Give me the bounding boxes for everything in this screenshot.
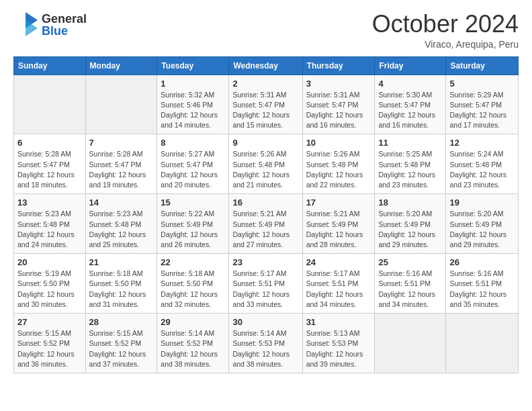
day-header-saturday: Saturday	[446, 56, 519, 75]
calendar-cell: 6 Sunrise: 5:28 AMSunset: 5:47 PMDayligh…	[14, 134, 86, 194]
day-header-sunday: Sunday	[14, 56, 86, 75]
day-info: Sunrise: 5:21 AMSunset: 5:49 PMDaylight:…	[232, 210, 290, 248]
day-info: Sunrise: 5:14 AMSunset: 5:52 PMDaylight:…	[161, 329, 218, 368]
day-number: 27	[17, 317, 82, 327]
calendar-cell: 20 Sunrise: 5:19 AMSunset: 5:50 PMDaylig…	[14, 254, 86, 314]
calendar-cell: 14 Sunrise: 5:23 AMSunset: 5:48 PMDaylig…	[85, 194, 157, 254]
logo-blue: Blue	[42, 25, 87, 37]
day-number: 26	[449, 257, 515, 267]
day-info: Sunrise: 5:23 AMSunset: 5:48 PMDaylight:…	[17, 210, 75, 248]
day-number: 22	[161, 257, 225, 267]
calendar-week-1: 1 Sunrise: 5:32 AMSunset: 5:46 PMDayligh…	[14, 75, 519, 134]
day-info: Sunrise: 5:22 AMSunset: 5:49 PMDaylight:…	[161, 210, 218, 248]
day-number: 11	[378, 138, 442, 148]
day-number: 28	[89, 317, 154, 327]
day-info: Sunrise: 5:28 AMSunset: 5:47 PMDaylight:…	[89, 150, 146, 189]
day-number: 20	[17, 257, 82, 267]
calendar-cell	[85, 75, 157, 134]
day-number: 17	[306, 197, 371, 208]
day-info: Sunrise: 5:18 AMSunset: 5:50 PMDaylight:…	[89, 269, 146, 308]
day-number: 19	[449, 197, 515, 208]
header: General Blue October 2024 Viraco, Arequi…	[13, 11, 519, 50]
day-info: Sunrise: 5:21 AMSunset: 5:49 PMDaylight:…	[306, 210, 363, 248]
day-header-thursday: Thursday	[302, 56, 375, 75]
calendar-cell: 24 Sunrise: 5:17 AMSunset: 5:51 PMDaylig…	[302, 254, 375, 314]
day-number: 9	[232, 138, 298, 148]
day-number: 16	[232, 197, 298, 208]
day-info: Sunrise: 5:30 AMSunset: 5:47 PMDaylight:…	[378, 91, 435, 130]
calendar-cell: 15 Sunrise: 5:22 AMSunset: 5:49 PMDaylig…	[157, 194, 229, 254]
calendar-cell: 3 Sunrise: 5:31 AMSunset: 5:47 PMDayligh…	[302, 75, 375, 134]
day-number: 25	[378, 257, 442, 267]
day-number: 23	[232, 257, 298, 267]
day-number: 13	[17, 197, 82, 208]
day-number: 4	[378, 79, 442, 89]
month-title: October 2024	[372, 11, 519, 38]
calendar-cell: 7 Sunrise: 5:28 AMSunset: 5:47 PMDayligh…	[85, 134, 157, 194]
calendar-cell: 19 Sunrise: 5:20 AMSunset: 5:49 PMDaylig…	[446, 194, 519, 254]
day-info: Sunrise: 5:16 AMSunset: 5:51 PMDaylight:…	[449, 269, 506, 308]
day-number: 21	[89, 257, 154, 267]
day-info: Sunrise: 5:13 AMSunset: 5:53 PMDaylight:…	[306, 329, 363, 368]
calendar-cell: 8 Sunrise: 5:27 AMSunset: 5:47 PMDayligh…	[157, 134, 229, 194]
day-number: 10	[306, 138, 371, 148]
calendar-cell: 10 Sunrise: 5:26 AMSunset: 5:48 PMDaylig…	[302, 134, 375, 194]
day-info: Sunrise: 5:29 AMSunset: 5:47 PMDaylight:…	[449, 91, 506, 130]
calendar-cell: 13 Sunrise: 5:23 AMSunset: 5:48 PMDaylig…	[14, 194, 86, 254]
day-number: 15	[161, 197, 225, 208]
logo: General Blue	[13, 11, 87, 39]
day-info: Sunrise: 5:15 AMSunset: 5:52 PMDaylight:…	[17, 329, 75, 368]
calendar-cell	[375, 314, 446, 373]
day-info: Sunrise: 5:19 AMSunset: 5:50 PMDaylight:…	[17, 269, 75, 308]
calendar-cell: 28 Sunrise: 5:15 AMSunset: 5:52 PMDaylig…	[85, 314, 157, 373]
day-info: Sunrise: 5:17 AMSunset: 5:51 PMDaylight:…	[306, 269, 363, 308]
day-info: Sunrise: 5:26 AMSunset: 5:48 PMDaylight:…	[232, 150, 290, 189]
day-info: Sunrise: 5:14 AMSunset: 5:53 PMDaylight:…	[232, 329, 290, 368]
day-info: Sunrise: 5:26 AMSunset: 5:48 PMDaylight:…	[306, 150, 363, 189]
calendar-cell: 23 Sunrise: 5:17 AMSunset: 5:51 PMDaylig…	[229, 254, 302, 314]
calendar-week-3: 13 Sunrise: 5:23 AMSunset: 5:48 PMDaylig…	[14, 194, 519, 254]
day-info: Sunrise: 5:31 AMSunset: 5:47 PMDaylight:…	[306, 91, 363, 130]
day-info: Sunrise: 5:32 AMSunset: 5:46 PMDaylight:…	[161, 91, 218, 130]
day-number: 24	[306, 257, 371, 267]
logo-text: General Blue	[42, 13, 87, 37]
day-info: Sunrise: 5:31 AMSunset: 5:47 PMDaylight:…	[232, 91, 290, 130]
calendar-cell: 16 Sunrise: 5:21 AMSunset: 5:49 PMDaylig…	[229, 194, 302, 254]
day-info: Sunrise: 5:20 AMSunset: 5:49 PMDaylight:…	[378, 210, 435, 248]
calendar-cell	[14, 75, 86, 134]
day-info: Sunrise: 5:15 AMSunset: 5:52 PMDaylight:…	[89, 329, 146, 368]
day-number: 31	[306, 317, 371, 327]
day-info: Sunrise: 5:20 AMSunset: 5:49 PMDaylight:…	[449, 210, 506, 248]
day-info: Sunrise: 5:18 AMSunset: 5:50 PMDaylight:…	[161, 269, 218, 308]
logo-general: General	[42, 13, 87, 25]
calendar-cell: 25 Sunrise: 5:16 AMSunset: 5:51 PMDaylig…	[375, 254, 446, 314]
day-header-tuesday: Tuesday	[157, 56, 229, 75]
logo-icon	[13, 11, 39, 39]
calendar-cell: 21 Sunrise: 5:18 AMSunset: 5:50 PMDaylig…	[85, 254, 157, 314]
calendar-cell: 4 Sunrise: 5:30 AMSunset: 5:47 PMDayligh…	[375, 75, 446, 134]
calendar-week-2: 6 Sunrise: 5:28 AMSunset: 5:47 PMDayligh…	[14, 134, 519, 194]
day-number: 29	[161, 317, 225, 327]
calendar-cell	[446, 314, 519, 373]
day-number: 6	[17, 138, 82, 148]
page: General Blue October 2024 Viraco, Arequi…	[0, 0, 532, 411]
calendar-cell: 26 Sunrise: 5:16 AMSunset: 5:51 PMDaylig…	[446, 254, 519, 314]
calendar-cell: 12 Sunrise: 5:24 AMSunset: 5:48 PMDaylig…	[446, 134, 519, 194]
day-header-monday: Monday	[85, 56, 157, 75]
day-number: 8	[161, 138, 225, 148]
calendar-cell: 2 Sunrise: 5:31 AMSunset: 5:47 PMDayligh…	[229, 75, 302, 134]
title-block: October 2024 Viraco, Arequipa, Peru	[372, 11, 519, 50]
day-number: 5	[449, 79, 515, 89]
calendar-header-row: SundayMondayTuesdayWednesdayThursdayFrid…	[14, 56, 519, 75]
calendar-cell: 1 Sunrise: 5:32 AMSunset: 5:46 PMDayligh…	[157, 75, 229, 134]
calendar-cell: 18 Sunrise: 5:20 AMSunset: 5:49 PMDaylig…	[375, 194, 446, 254]
day-number: 30	[232, 317, 298, 327]
calendar-week-5: 27 Sunrise: 5:15 AMSunset: 5:52 PMDaylig…	[14, 314, 519, 373]
calendar-cell: 30 Sunrise: 5:14 AMSunset: 5:53 PMDaylig…	[229, 314, 302, 373]
day-header-wednesday: Wednesday	[229, 56, 302, 75]
day-info: Sunrise: 5:27 AMSunset: 5:47 PMDaylight:…	[161, 150, 218, 189]
day-info: Sunrise: 5:23 AMSunset: 5:48 PMDaylight:…	[89, 210, 146, 248]
day-number: 14	[89, 197, 154, 208]
calendar-cell: 27 Sunrise: 5:15 AMSunset: 5:52 PMDaylig…	[14, 314, 86, 373]
calendar-cell: 22 Sunrise: 5:18 AMSunset: 5:50 PMDaylig…	[157, 254, 229, 314]
